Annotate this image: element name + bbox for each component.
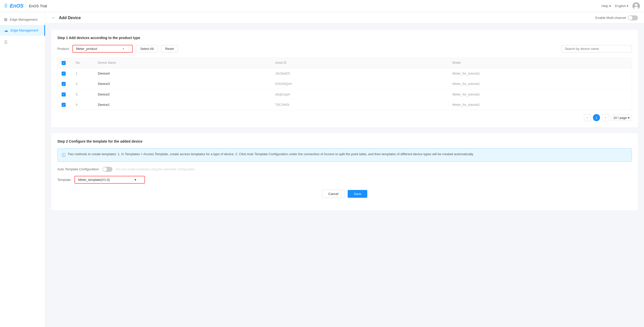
svg-point-1 [635,4,637,6]
template-row: Template: Meter_template(V1.0) ▾ [57,176,632,184]
page-title: Add Device [59,16,81,20]
select-all-checkbox[interactable] [62,61,66,65]
home-icon: ⊞ [4,17,7,22]
row1-asset-id: J3n3IwDS [275,72,451,75]
row4-checkbox[interactable] [62,103,74,107]
template-select[interactable]: Meter_template(V1.0) ▾ [74,176,145,184]
device-table: No. Device Name Asset ID Model 1 Device4… [57,58,632,110]
col-checkbox [62,61,74,65]
top-nav-right: Help ▾ English ▾ [601,2,640,10]
page-size-value: 10 / page [613,116,627,120]
select-all-button[interactable]: Select All [136,45,158,52]
row4-device-name: Device1 [98,103,273,107]
multichannel-toggle[interactable] [628,15,638,20]
sidebar-home-label: Edge Management [10,18,37,21]
help-button[interactable]: Help ▾ [601,4,611,8]
cancel-button[interactable]: Cancel [322,190,345,198]
row1-no: 1 [76,72,96,75]
auto-config-hint: You can create templates using the autom… [115,168,194,171]
template-select-value: Meter_template(V1.0) [78,178,110,182]
col-asset-id: Asset ID [275,61,451,65]
info-box: ⓘ Two methods to create templates: 1. In… [57,148,632,162]
row3-no: 3 [76,92,96,96]
product-row: Product: Meter_product ▾ Select All Rese… [57,45,632,53]
page-header: ← Add Device Enable Multi-channel [45,12,644,24]
step1-title: Step 1 Add devices according to the prod… [57,36,632,40]
page-content: Step 1 Add devices according to the prod… [45,24,644,222]
page-1-button[interactable]: 1 [593,114,600,121]
product-select-arrow-icon: ▾ [123,47,124,50]
main-content: ← Add Device Enable Multi-channel Step 1… [45,12,644,327]
row2-no: 2 [76,82,96,86]
auto-config-row: Auto Template Configuration: You can cre… [57,167,632,172]
footer-buttons: Cancel Save [57,190,632,204]
save-button[interactable]: Save [348,190,367,198]
table-row: 2 Device3 5VG43QzH Meter_for_tutorial1 [58,79,632,89]
step1-card: Step 1 Add devices according to the prod… [51,30,638,127]
sidebar: ⊞ Edge Management ☁ Edge Management ☰ [0,12,45,327]
row2-asset-id: 5VG43QzH [275,82,451,86]
col-model: Model [452,61,628,65]
auto-config-slider [102,167,112,172]
row3-model: Meter_for_tutorial1 [452,92,628,96]
row1-device-name: Device4 [98,72,273,75]
sidebar-edge-label: Edge Management [11,28,38,32]
row3-checkbox[interactable] [62,92,74,96]
row2-device-name: Device3 [98,82,273,86]
table-header: No. Device Name Asset ID Model [58,58,632,68]
row3-asset-id: xEq51op4 [275,92,451,96]
table-row: 1 Device4 J3n3IwDS Meter_for_tutorial1 [58,68,632,79]
multichannel-area: Enable Multi-channel [595,15,638,20]
step2-card: Step 2 Configure the template for the ad… [51,133,638,210]
logo-text: EnOS [10,3,23,9]
top-nav: ⠿ EnOS EnOS Trial Help ▾ English ▾ [0,0,644,12]
app-name: EnOS Trial [25,4,47,8]
pagination: ‹ 1 › 10 / page ▾ [57,114,632,121]
product-select[interactable]: Meter_product ▾ [72,45,133,53]
row3-device-name: Device2 [98,92,273,96]
step2-title: Step 2 Configure the template for the ad… [57,139,632,143]
sidebar-footer: ☰ [0,36,45,49]
row4-model: Meter_for_tutorial1 [452,103,628,107]
col-device-name: Device Name [98,61,273,65]
product-label: Product: [57,47,69,51]
col-no: No. [76,61,96,65]
reset-button[interactable]: Reset [161,45,178,52]
toggle-slider [628,15,638,20]
edge-icon: ☁ [4,28,8,33]
user-avatar[interactable] [632,2,640,10]
next-page-button[interactable]: › [602,114,609,121]
product-select-value: Meter_product [76,47,97,51]
page-size-select[interactable]: 10 / page ▾ [611,115,632,121]
logo-dots-icon: ⠿ [4,3,8,9]
info-icon: ⓘ [62,152,66,158]
svg-point-2 [634,7,638,10]
table-row: 3 Device2 xEq51op4 Meter_for_tutorial1 [58,89,632,100]
row2-model: Meter_for_tutorial1 [452,82,628,86]
row1-model: Meter_for_tutorial1 [452,72,628,75]
menu-icon[interactable]: ☰ [4,40,8,44]
language-button[interactable]: English ▾ [615,4,628,8]
row2-checkbox[interactable] [62,82,74,86]
auto-config-toggle[interactable] [102,167,112,172]
search-input[interactable] [561,45,632,52]
row1-checkbox[interactable] [62,71,74,76]
page-size-arrow-icon: ▾ [628,116,630,120]
sidebar-item-home[interactable]: ⊞ Edge Management [0,14,45,25]
multichannel-label: Enable Multi-channel [595,16,626,20]
logo-area: ⠿ EnOS EnOS Trial [4,3,49,9]
row4-asset-id: T0COhI3i [275,103,451,107]
auto-config-label: Auto Template Configuration: [57,167,99,171]
info-text: Two methods to create templates: 1. In T… [68,152,474,157]
row4-no: 4 [76,103,96,107]
table-row: 4 Device1 T0COhI3i Meter_for_tutorial1 [58,100,632,110]
back-button[interactable]: ← [51,15,56,20]
template-select-arrow-icon: ▾ [135,178,136,182]
template-label: Template: [57,178,71,182]
page-header-left: ← Add Device [51,15,81,20]
sidebar-item-edge[interactable]: ☁ Edge Management [0,25,45,36]
main-layout: ⊞ Edge Management ☁ Edge Management ☰ ← … [0,12,644,327]
prev-page-button[interactable]: ‹ [584,114,591,121]
